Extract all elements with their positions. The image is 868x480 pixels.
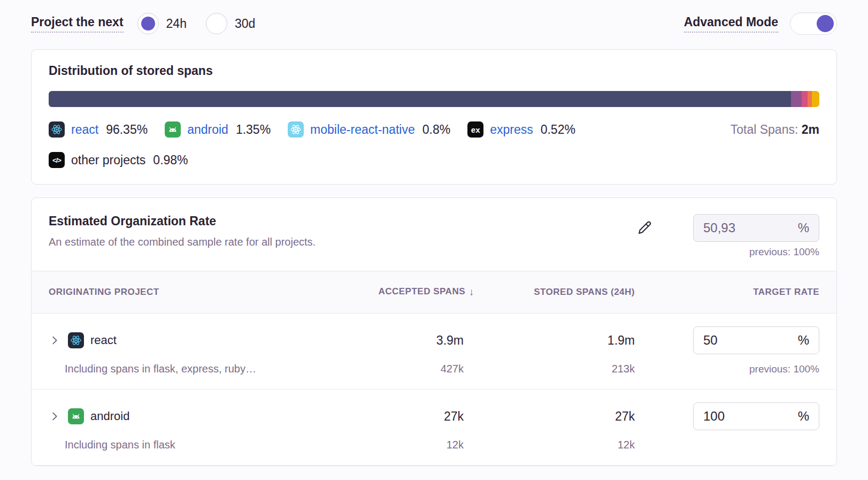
radio-30d-label: 30d [235,17,255,31]
project-next-label: Project the next [31,15,124,33]
column-header-originating-project: ORIGINATING PROJECT [49,287,341,298]
legend-project-link[interactable]: express [490,123,533,137]
period-radio-group: 24h 30d [137,13,256,34]
legend-item-other-projects: </>other projects0.98% [49,152,188,168]
org-rate-title: Estimated Organization Rate [49,214,316,228]
sub-stored-value: 213k [474,363,635,375]
legend-project-link[interactable]: react [71,123,98,137]
react-native-icon [288,121,304,138]
radio-selected-dot [141,17,155,31]
accepted-spans-value: 27k [341,409,474,424]
distribution-card: Distribution of stored spans react96.35%… [31,49,837,185]
legend-item-react: react96.35% [49,121,148,138]
radio-24h-circle[interactable] [137,13,159,34]
legend-row-2: </>other projects0.98% [49,152,819,168]
sub-accepted-value: 12k [341,439,474,451]
column-header-label: ACCEPTED SPANS [378,286,465,298]
percent-suffix: % [798,220,809,235]
legend-row-1: react96.35%android1.35%mobile-react-nati… [49,121,819,138]
target-rate-input[interactable]: 50 % [693,326,819,354]
org-rate-input[interactable]: 50,93 % [693,214,819,242]
legend-item-express: exexpress0.52% [467,121,575,138]
projection-controls: Project the next 24h 30d Advanced Mode [31,11,837,36]
project-cell: android [49,408,341,424]
legend-percentage: 1.35% [236,123,271,137]
bar-segment-android[interactable] [791,91,801,107]
chevron-right-icon[interactable] [49,410,60,422]
legend-percentage: 0.98% [153,153,188,167]
table-body: react 3.9m 1.9m 50 % Including spans in … [32,314,836,466]
legend-project-link[interactable]: android [187,123,228,137]
accepted-spans-value: 3.9m [341,333,474,348]
sampling-settings-page: Project the next 24h 30d Advanced Mode D… [0,0,868,480]
column-header-target-rate: TARGET RATE [635,287,819,298]
table-header-row: ORIGINATING PROJECT ACCEPTED SPANS ↓ STO… [32,271,836,314]
org-rate-controls: 50,93 % previous: 100% [636,214,819,258]
org-rate-previous: previous: 100% [749,246,819,258]
project-name: android [90,409,129,423]
percent-suffix: % [798,333,809,348]
radio-option-24h[interactable]: 24h [137,13,187,34]
project-name: react [90,333,117,347]
bar-segment-other-projects[interactable] [812,91,819,107]
legend-percentage: 0.8% [423,123,450,137]
distribution-title: Distribution of stored spans [49,64,819,78]
table-row-android: android 27k 27k 100 % Including spans in… [32,390,836,466]
radio-option-30d[interactable]: 30d [206,13,255,34]
sub-accepted-value: 427k [341,363,474,375]
legend-project-link[interactable]: mobile-react-native [310,123,415,137]
express-icon: ex [467,121,483,138]
legend-item-mobile-react-native: mobile-react-native0.8% [288,121,450,138]
advanced-mode-toggle[interactable] [790,12,837,35]
toggle-knob [817,15,834,32]
android-icon [165,121,181,138]
react-icon [68,332,84,348]
edit-pencil-icon[interactable] [636,220,652,236]
target-rate-value: 50 [703,333,718,348]
total-spans-value: 2m [802,123,819,136]
stored-spans-value: 1.9m [474,333,635,348]
bar-segment-express[interactable] [808,91,811,107]
radio-24h-label: 24h [166,17,187,31]
included-spans-note: Including spans in flask [49,439,341,451]
bar-segment-react[interactable] [49,91,791,107]
distribution-stacked-bar [49,91,819,107]
advanced-mode-label: Advanced Mode [684,15,778,33]
org-rate-text: Estimated Organization Rate An estimate … [49,214,316,248]
legend-project-link: other projects [71,153,145,167]
chevron-right-icon[interactable] [49,334,60,346]
android-icon [68,408,84,424]
total-spans-label: Total Spans: [731,123,798,136]
included-spans-note: Including spans in flask, express, ruby… [49,363,341,375]
radio-30d-circle[interactable] [206,13,227,34]
code-icon: </> [49,152,65,168]
org-rate-subtitle: An estimate of the combined sample rate … [49,236,316,248]
previous-rate-label: previous: 100% [635,363,819,375]
target-rate-input[interactable]: 100 % [693,402,819,430]
legend-item-android: android1.35% [165,121,271,138]
column-header-stored-spans: STORED SPANS (24H) [474,287,635,298]
org-rate-value: 50,93 [703,220,735,235]
stored-spans-value: 27k [474,409,635,424]
legend-percentage: 0.52% [541,123,575,137]
react-icon [49,121,65,138]
total-spans: Total Spans: 2m [731,123,819,137]
legend-percentage: 96.35% [106,123,148,137]
target-rate-value: 100 [703,409,725,424]
sub-stored-value: 12k [474,439,635,451]
column-header-accepted-spans[interactable]: ACCEPTED SPANS ↓ [341,286,474,298]
percent-suffix: % [798,409,809,424]
org-rate-card: Estimated Organization Rate An estimate … [31,197,837,466]
bar-segment-mobile-react-native[interactable] [802,91,808,107]
sort-descending-icon: ↓ [469,286,474,298]
table-row-react: react 3.9m 1.9m 50 % Including spans in … [32,314,836,390]
org-rate-header: Estimated Organization Rate An estimate … [32,198,836,271]
project-cell: react [49,332,341,348]
